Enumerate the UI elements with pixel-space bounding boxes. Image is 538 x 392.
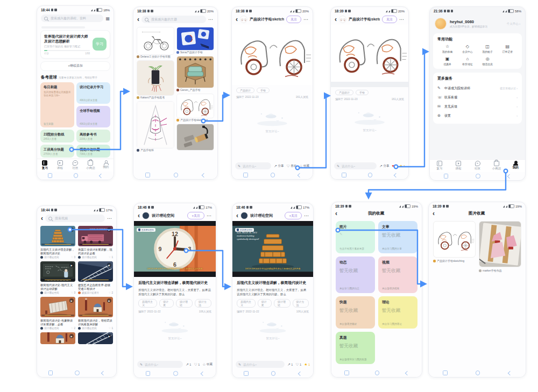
tag[interactable]: 产品设计 bbox=[335, 90, 353, 95]
follow-button[interactable]: +关注 bbox=[187, 212, 204, 219]
search-bar[interactable] bbox=[45, 215, 105, 222]
pin-card[interactable] bbox=[176, 124, 214, 151]
like-count[interactable]: ♡1 bbox=[109, 256, 113, 259]
tag[interactable]: 手绘 bbox=[356, 90, 369, 95]
video-card-postmodern[interactable]: ▶ 后现代主义设计理念讲解，极简现代设计史 设计理论空间 ♡3 bbox=[40, 226, 75, 259]
tab-review[interactable]: 复习 bbox=[430, 160, 449, 172]
avatar[interactable] bbox=[435, 18, 447, 30]
collect-button[interactable]: ☆收藏 bbox=[299, 164, 309, 168]
like-count[interactable]: ♡2 bbox=[71, 327, 75, 330]
tab-courses[interactable]: 课程 bbox=[449, 160, 468, 172]
video-card-partial[interactable]: ▶ bbox=[40, 332, 75, 344]
author-avatar[interactable] bbox=[240, 16, 247, 23]
back-icon[interactable] bbox=[202, 173, 206, 177]
tab-shop[interactable]: 小商店 bbox=[83, 159, 98, 172]
back-icon[interactable] bbox=[101, 370, 105, 375]
comment-box[interactable]: ✎ bbox=[334, 162, 377, 169]
recents-icon[interactable] bbox=[443, 370, 448, 375]
quick-my-posts[interactable]: ◫我的帖子 bbox=[478, 45, 498, 53]
video-card-gothic[interactable]: ▶ 极简现代设计史，哥特式设计风格复兴讲解 设计理论空间 ♡1 bbox=[78, 297, 113, 330]
tag[interactable]: 设计理论 bbox=[176, 299, 193, 308]
service-feedback[interactable]: ✉意见反馈› bbox=[437, 102, 518, 111]
like-count[interactable]: ♡2 bbox=[109, 291, 113, 294]
home-icon[interactable] bbox=[75, 370, 80, 375]
home-icon[interactable] bbox=[476, 174, 480, 179]
collect-button[interactable]: ☆收藏 bbox=[202, 362, 213, 366]
collection-images[interactable]: 图片 ✎ 包含所有图片素材来源 bbox=[336, 221, 375, 253]
back-button[interactable]: ‹ bbox=[236, 213, 238, 218]
back-icon[interactable] bbox=[508, 370, 512, 375]
follow-button[interactable]: 关注 bbox=[286, 16, 301, 23]
back-button[interactable]: ‹ bbox=[236, 17, 238, 22]
home-icon[interactable] bbox=[476, 370, 480, 375]
back-icon[interactable] bbox=[298, 173, 302, 177]
comment-input[interactable] bbox=[341, 164, 374, 168]
home-icon[interactable] bbox=[368, 173, 373, 177]
recents-icon[interactable] bbox=[146, 371, 151, 376]
tab-community[interactable]: 社区 bbox=[468, 160, 487, 172]
comment-input[interactable] bbox=[144, 362, 180, 367]
more-button[interactable]: ⋯ bbox=[304, 213, 309, 218]
recents-icon[interactable] bbox=[243, 173, 248, 177]
quick-coupons[interactable]: ▣优惠券 bbox=[437, 57, 457, 66]
tag[interactable]: 设计方法 bbox=[293, 299, 309, 308]
like-count[interactable]: ♡1 bbox=[109, 327, 113, 330]
service-apply-lecturer[interactable]: ✎申请成为院校讲师提交资格认证 › bbox=[437, 84, 518, 93]
home-icon[interactable] bbox=[74, 173, 79, 178]
pin-image[interactable] bbox=[331, 25, 408, 82]
video-card-architecture[interactable]: ▶ 建筑艺术之自然世界-超级交通工程设计 建筑设计纪录片 ♡2 bbox=[78, 261, 113, 294]
home-icon[interactable] bbox=[271, 371, 276, 376]
pin-image[interactable] bbox=[232, 25, 313, 85]
tag[interactable]: 后现代主义 bbox=[138, 299, 157, 308]
back-icon[interactable] bbox=[507, 174, 512, 178]
share-button[interactable]: ↗1 bbox=[287, 362, 293, 366]
channel-avatar[interactable] bbox=[240, 212, 248, 219]
comment-box[interactable]: ✎ bbox=[236, 361, 285, 368]
collection-articles[interactable]: 文章 暂无收藏 来自学习圈的文章 bbox=[378, 221, 417, 253]
tag[interactable]: 产品设计 bbox=[236, 88, 254, 93]
recents-icon[interactable] bbox=[145, 173, 150, 177]
like-count[interactable]: ♡3 bbox=[71, 256, 75, 259]
pin-card[interactable]: Canon_产品手绘 bbox=[176, 56, 214, 91]
more-button[interactable]: ⋯ bbox=[107, 216, 112, 221]
like-count[interactable]: ♡3 bbox=[71, 291, 75, 294]
tag[interactable]: 设计方法 bbox=[195, 299, 211, 308]
card-industrial-sketch[interactable]: 工设高分快题 27554人查看 bbox=[40, 145, 74, 158]
tab-courses[interactable]: 课程 bbox=[52, 159, 67, 172]
back-icon[interactable] bbox=[298, 371, 302, 375]
recents-icon[interactable] bbox=[48, 173, 53, 178]
comment-input[interactable] bbox=[242, 164, 268, 168]
tag[interactable]: 后现代主义 bbox=[237, 299, 256, 308]
video-card-bauhaus[interactable]: ▶ 极简现代设计史-包豪斯设计发展讲解，必看 设计理论空间 ♡2 bbox=[40, 297, 75, 330]
like-button[interactable]: ♡1 bbox=[194, 362, 200, 366]
card-visual-comm[interactable]: 视觉传达快题 7366人查看 bbox=[76, 145, 110, 158]
more-button[interactable]: ⋯ bbox=[399, 17, 405, 22]
recents-icon[interactable] bbox=[344, 370, 349, 375]
back-button[interactable]: ‹ bbox=[137, 17, 139, 22]
recents-icon[interactable] bbox=[444, 174, 449, 179]
tab-shop[interactable]: 小商店 bbox=[487, 160, 506, 172]
back-button[interactable]: ‹ bbox=[433, 211, 435, 216]
share-button[interactable]: ↗1 bbox=[186, 362, 191, 366]
collect-button-active[interactable]: ★1 bbox=[399, 164, 405, 168]
collect-button-active[interactable]: ★1 bbox=[304, 362, 310, 366]
pin-card[interactable]: Delano工业设计手绘草图 bbox=[137, 27, 174, 58]
quick-my-favorites[interactable]: ☆我的收藏 bbox=[437, 45, 457, 53]
video-player[interactable]: 艺术理论空间 1972年3月16日下午5点的爆破声中开启了后现代主义的序幕 bbox=[134, 221, 216, 277]
tab-community[interactable]: 社区 bbox=[68, 159, 83, 172]
follow-button[interactable]: 关注 bbox=[382, 16, 397, 23]
tag[interactable]: 手绘 bbox=[257, 88, 270, 93]
course-card[interactable]: 世界现代设计史设计师大师及设计思想解析 已学31个知识点 做好学习笔记 已学 1… bbox=[40, 30, 110, 59]
video-card-us-industrial[interactable]: NEW MATERIALS ▶ 美国工业设计发展讲解，现代设计史必看 设计理论空… bbox=[78, 226, 113, 259]
video-card-partial[interactable]: ▶ bbox=[78, 332, 113, 344]
more-button[interactable]: ⋯ bbox=[303, 17, 309, 22]
home-icon[interactable] bbox=[271, 173, 275, 177]
card-daily-quiz[interactable]: 每日刷题 免费的海量理论高频题库等你来练习啦~ 暂无刷题 bbox=[40, 82, 74, 127]
tag[interactable]: 设计理论 bbox=[274, 299, 291, 308]
quick-member-center[interactable]: ◇会员中心 bbox=[457, 45, 477, 53]
tab-profile[interactable]: 我的 bbox=[98, 159, 114, 172]
back-icon[interactable] bbox=[405, 370, 409, 375]
pin-card[interactable]: Sona产品设计手绘 bbox=[176, 27, 214, 54]
collection-videos[interactable]: 视频 暂无收藏 来自整理的视频 bbox=[378, 256, 417, 293]
comment-box[interactable]: ✎ bbox=[235, 162, 271, 169]
